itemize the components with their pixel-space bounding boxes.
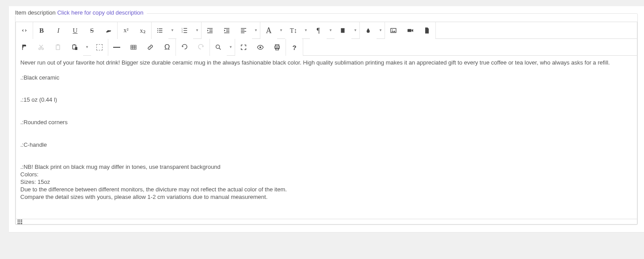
insert-table-button[interactable] <box>125 39 142 56</box>
content-paragraph: .:15 oz (0.44 l) <box>20 96 633 104</box>
insert-file-button[interactable] <box>419 22 435 39</box>
svg-point-26 <box>392 30 393 30</box>
ordered-list-dropdown[interactable]: ▼ <box>193 22 201 38</box>
toolbar-row-2: ▼ Ω <box>16 39 637 56</box>
undo-button[interactable] <box>176 39 193 56</box>
cut-button[interactable] <box>33 39 50 56</box>
content-paragraph: Sizes: 15oz <box>20 179 633 186</box>
svg-rect-1 <box>159 28 162 29</box>
content-paragraph: .:Rounded corners <box>20 119 633 126</box>
bold-button[interactable]: B <box>33 22 50 39</box>
svg-text:3: 3 <box>182 31 183 33</box>
editor-footer <box>15 219 637 225</box>
redo-button[interactable] <box>193 39 210 56</box>
svg-rect-31 <box>57 44 59 46</box>
svg-point-42 <box>259 46 261 48</box>
svg-rect-30 <box>56 45 60 50</box>
ordered-list-button[interactable]: 123 <box>176 22 193 39</box>
svg-point-40 <box>216 45 220 49</box>
copy-format-button[interactable] <box>16 39 33 56</box>
clear-format-button[interactable] <box>100 22 117 39</box>
font-size-button[interactable]: T↕ <box>285 22 302 39</box>
html-source-button[interactable] <box>16 22 33 39</box>
preview-button[interactable] <box>252 39 269 56</box>
unordered-list-dropdown[interactable]: ▼ <box>168 22 176 38</box>
svg-rect-11 <box>183 32 187 33</box>
strikethrough-button[interactable]: S <box>84 22 100 39</box>
print-button[interactable] <box>269 39 286 56</box>
paste-button[interactable] <box>50 39 66 56</box>
svg-rect-49 <box>18 221 19 222</box>
svg-point-0 <box>157 28 158 29</box>
align-dropdown[interactable]: ▼ <box>252 22 260 38</box>
wysiwyg-toolbar: B I U S x² x₂ ▼ <box>15 22 637 56</box>
copy-old-description-link[interactable]: Click here for copy old description <box>57 9 143 16</box>
content-paragraph: Compare the detail sizes with yours, ple… <box>20 194 633 201</box>
svg-rect-7 <box>183 28 187 29</box>
font-family-dropdown[interactable]: ▼ <box>277 22 285 38</box>
select-all-button[interactable] <box>91 39 108 56</box>
content-paragraph: Never run out of your favorite hot drink… <box>20 59 633 67</box>
svg-rect-54 <box>21 223 22 224</box>
class-style-dropdown[interactable]: ▼ <box>351 22 359 38</box>
align-button[interactable] <box>235 22 252 39</box>
indent-button[interactable] <box>218 22 235 39</box>
svg-rect-34 <box>75 47 77 50</box>
text-color-dropdown[interactable]: ▼ <box>377 22 385 38</box>
svg-rect-27 <box>408 29 412 32</box>
paragraph-format-dropdown[interactable]: ▼ <box>327 22 335 38</box>
resize-grip-icon[interactable] <box>18 220 22 224</box>
fullscreen-button[interactable] <box>235 39 252 56</box>
unordered-list-button[interactable] <box>152 22 168 39</box>
svg-rect-47 <box>19 220 20 221</box>
svg-rect-19 <box>224 33 229 33</box>
svg-rect-21 <box>241 30 244 30</box>
editor-card: Item description Click here for copy old… <box>9 6 644 232</box>
svg-rect-13 <box>210 30 213 30</box>
text-color-button[interactable] <box>360 22 377 39</box>
svg-point-4 <box>157 32 158 33</box>
superscript-button[interactable]: x² <box>118 22 134 39</box>
svg-rect-52 <box>18 223 19 224</box>
svg-point-2 <box>157 30 158 31</box>
svg-rect-51 <box>21 221 22 222</box>
special-char-button[interactable]: Ω <box>159 39 175 56</box>
svg-rect-50 <box>19 221 20 222</box>
paste-special-button[interactable] <box>66 39 83 56</box>
class-style-button[interactable] <box>335 22 351 39</box>
paragraph-format-button[interactable]: ¶ <box>310 22 327 39</box>
content-paragraph: .:Black ceramic <box>20 74 633 82</box>
insert-link-button[interactable] <box>142 39 159 56</box>
font-family-button[interactable]: A <box>260 22 277 39</box>
horizontal-rule-button[interactable] <box>108 39 125 56</box>
search-button[interactable] <box>210 39 227 56</box>
svg-rect-16 <box>224 28 229 29</box>
font-size-dropdown[interactable]: ▼ <box>302 22 310 38</box>
svg-rect-14 <box>210 31 213 31</box>
insert-image-button[interactable] <box>385 22 402 39</box>
outdent-button[interactable] <box>202 22 218 39</box>
fieldset-legend: Item description Click here for copy old… <box>15 9 147 16</box>
insert-video-button[interactable] <box>402 22 419 39</box>
underline-button[interactable]: U <box>67 22 84 39</box>
svg-rect-15 <box>207 33 213 33</box>
svg-rect-5 <box>159 32 162 32</box>
editor-content-area[interactable]: Never run out of your favorite hot drink… <box>15 56 637 219</box>
help-button[interactable]: ? <box>286 39 303 56</box>
svg-rect-12 <box>207 28 213 29</box>
legend-label: Item description <box>15 9 56 16</box>
content-paragraph: Due to the difference between different … <box>20 186 633 194</box>
paste-special-dropdown[interactable]: ▼ <box>83 39 91 55</box>
svg-rect-33 <box>73 44 75 45</box>
search-dropdown[interactable]: ▼ <box>227 39 235 55</box>
subscript-button[interactable]: x₂ <box>134 22 151 39</box>
svg-rect-48 <box>21 220 22 221</box>
content-paragraph: .:C-handle <box>20 141 633 149</box>
content-paragraph: Colors: <box>20 171 633 179</box>
svg-rect-18 <box>226 31 229 31</box>
svg-rect-3 <box>159 30 162 30</box>
svg-rect-23 <box>241 33 244 33</box>
svg-rect-53 <box>19 223 20 224</box>
italic-button[interactable]: I <box>50 22 67 39</box>
content-paragraph: .:NB! Black print on black mug may diffe… <box>20 164 633 171</box>
